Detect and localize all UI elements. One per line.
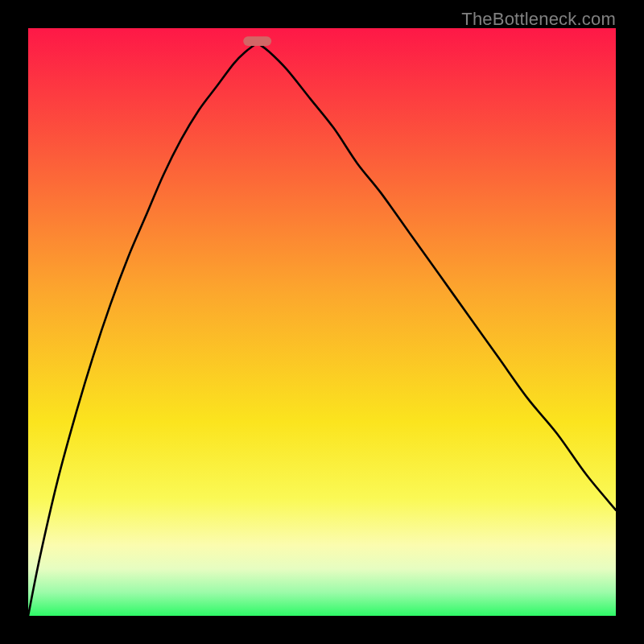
watermark-text: TheBottleneck.com — [461, 9, 616, 30]
chart-svg — [28, 28, 616, 616]
gradient-background — [28, 28, 616, 616]
chart-frame: TheBottleneck.com — [0, 0, 644, 644]
plot-area — [28, 28, 616, 616]
range-marker — [243, 36, 271, 46]
range-marker-pill — [243, 36, 271, 46]
